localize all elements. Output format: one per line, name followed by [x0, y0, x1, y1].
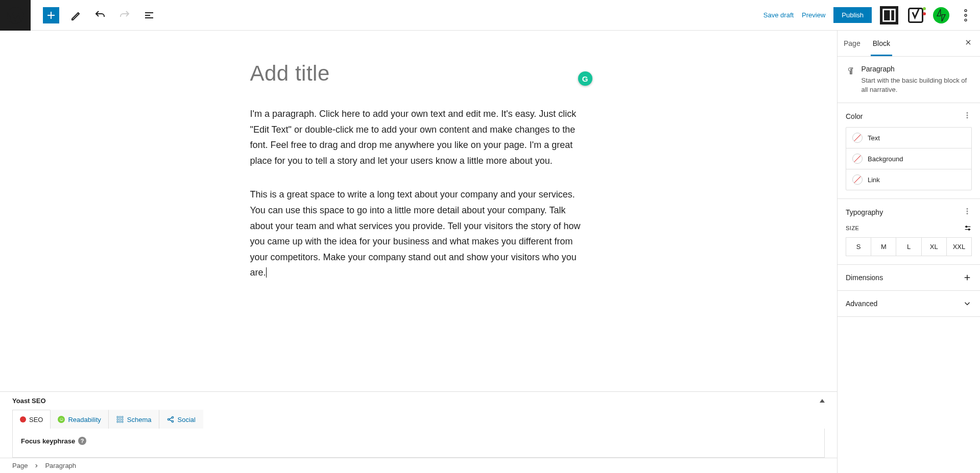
breadcrumb-current: Paragraph — [45, 462, 76, 469]
svg-rect-14 — [122, 421, 123, 422]
size-settings-icon[interactable] — [964, 224, 972, 232]
svg-rect-8 — [122, 416, 123, 418]
svg-point-24 — [966, 226, 967, 228]
svg-point-18 — [967, 113, 968, 114]
options-menu-button[interactable] — [958, 7, 974, 23]
size-label: Size — [846, 225, 859, 231]
color-link-button[interactable]: Link — [846, 169, 971, 190]
toolbar-right: Save draft Preview Publish — [763, 6, 980, 24]
typography-panel-title: Typography — [846, 208, 883, 216]
swatch-none-icon — [852, 133, 863, 143]
collapse-up-icon[interactable] — [820, 399, 825, 403]
yoast-seo-panel: Yoast SEO SEO ☺ Readability Schema — [0, 391, 837, 458]
svg-point-22 — [967, 211, 968, 212]
dimensions-panel-toggle[interactable]: Dimensions — [838, 265, 980, 291]
preview-button[interactable]: Preview — [802, 11, 825, 19]
yoast-title: Yoast SEO — [12, 397, 46, 405]
yoast-tab-seo[interactable]: SEO — [12, 410, 51, 429]
status-dot-icon — [20, 416, 26, 422]
swatch-none-icon — [852, 175, 863, 185]
sidebar-tab-page[interactable]: Page — [838, 31, 867, 56]
size-l-button[interactable]: L — [896, 238, 921, 256]
size-xl-button[interactable]: XL — [922, 238, 947, 256]
paragraph-icon — [846, 65, 855, 77]
svg-rect-13 — [119, 421, 121, 422]
paragraph-block[interactable]: This is a great space to write a long te… — [250, 187, 587, 281]
breadcrumb-root[interactable]: Page — [12, 462, 28, 469]
settings-sidebar: Page Block Paragraph Start with the basi… — [837, 31, 980, 473]
svg-point-3 — [965, 9, 967, 11]
block-name: Paragraph — [861, 65, 972, 73]
block-description: Start with the basic building block of a… — [861, 76, 972, 94]
svg-rect-7 — [119, 416, 121, 418]
settings-panel-toggle[interactable] — [880, 6, 898, 24]
close-sidebar-button[interactable] — [957, 31, 980, 56]
focus-keyphrase-label: Focus keyphrase — [21, 437, 75, 445]
toolbar-left — [31, 7, 157, 23]
save-draft-button[interactable]: Save draft — [763, 11, 794, 19]
grammarly-icon[interactable]: G — [578, 71, 592, 86]
yoast-tab-schema[interactable]: Schema — [108, 410, 159, 429]
svg-rect-11 — [122, 419, 123, 420]
svg-rect-9 — [117, 419, 118, 420]
help-icon[interactable]: ? — [78, 437, 86, 445]
svg-point-4 — [965, 14, 967, 16]
svg-point-21 — [967, 209, 968, 210]
size-s-button[interactable]: S — [846, 238, 871, 256]
svg-point-20 — [967, 117, 968, 118]
panel-options-icon[interactable] — [963, 111, 972, 121]
yoast-tab-readability[interactable]: ☺ Readability — [50, 410, 108, 429]
document-overview-button[interactable] — [141, 7, 157, 23]
color-background-button[interactable]: Background — [846, 148, 971, 169]
yoast-panel-header[interactable]: Yoast SEO — [0, 392, 837, 410]
jetpack-button[interactable] — [933, 7, 949, 23]
smiley-icon: ☺ — [58, 416, 65, 423]
svg-point-5 — [965, 19, 967, 21]
tools-icon[interactable] — [67, 7, 84, 23]
yoast-indicator-button[interactable] — [906, 6, 925, 24]
svg-rect-6 — [117, 416, 118, 418]
sidebar-tab-block[interactable]: Block — [867, 31, 896, 56]
add-block-button[interactable] — [43, 7, 59, 23]
color-panel-title: Color — [846, 112, 863, 120]
editor-topbar: Save draft Preview Publish — [0, 0, 980, 31]
svg-point-23 — [967, 213, 968, 214]
yoast-tab-content: Focus keyphrase ? — [12, 429, 825, 458]
svg-point-25 — [968, 229, 970, 231]
post-title-input[interactable]: Add title — [250, 61, 587, 86]
size-m-button[interactable]: M — [871, 238, 896, 256]
advanced-panel-toggle[interactable]: Advanced — [838, 291, 980, 317]
svg-rect-10 — [119, 419, 121, 420]
wordpress-logo-button[interactable] — [0, 0, 31, 31]
swatch-none-icon — [852, 154, 863, 164]
redo-button — [116, 7, 133, 23]
svg-point-19 — [967, 115, 968, 116]
size-xxl-button[interactable]: XXL — [947, 238, 971, 256]
undo-button[interactable] — [92, 7, 108, 23]
block-breadcrumb: Page Paragraph — [0, 458, 837, 473]
color-text-button[interactable]: Text — [846, 128, 971, 148]
publish-button[interactable]: Publish — [833, 7, 872, 23]
yoast-tab-social[interactable]: Social — [159, 410, 203, 429]
paragraph-block[interactable]: I'm a paragraph. Click here to add your … — [250, 106, 587, 168]
svg-rect-1 — [883, 9, 895, 21]
editor-canvas[interactable]: Add title G I'm a paragraph. Click here … — [0, 31, 837, 391]
svg-rect-12 — [117, 421, 118, 422]
panel-options-icon[interactable] — [963, 207, 972, 217]
